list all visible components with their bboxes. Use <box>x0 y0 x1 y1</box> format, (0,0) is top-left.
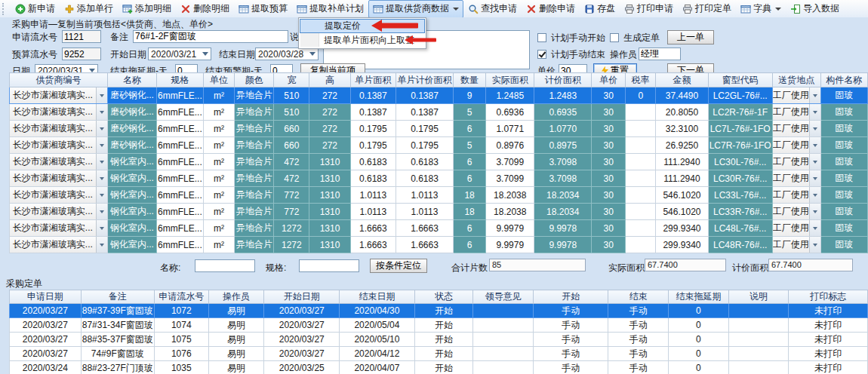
table-cell[interactable]: 未打印 <box>789 318 868 333</box>
table-row[interactable]: 长沙市潇湘玻璃实...钢化室内...6mmFLE...m²异地合片7721310… <box>10 187 868 204</box>
toolbar-button-new-request[interactable]: 新申请 <box>11 0 60 18</box>
table-cell[interactable]: LC48L-76#... <box>708 220 772 237</box>
prev-order-button[interactable]: 上一单 <box>667 30 714 44</box>
table-cell[interactable]: 6mmFLE... <box>157 104 204 121</box>
delivery-location-combo[interactable]: 工厂使用 <box>772 187 820 204</box>
table-cell[interactable] <box>728 318 789 333</box>
column-header[interactable]: 领导意见 <box>473 290 534 304</box>
table-cell[interactable]: 1035 <box>154 361 208 374</box>
table-cell[interactable]: 1.2483 <box>534 87 592 104</box>
toolbar-button-print-request[interactable]: 打印申请 <box>620 0 678 18</box>
table-cell[interactable]: 299.9340 <box>656 237 708 253</box>
table-cell[interactable]: 30 <box>592 121 626 137</box>
toolbar-button-save[interactable]: 存盘 <box>580 0 620 18</box>
table-cell[interactable]: 手动 <box>608 361 669 374</box>
table-cell[interactable]: 0.6183 <box>350 170 396 187</box>
table-cell[interactable]: 30 <box>592 137 626 154</box>
table-cell[interactable]: 手动 <box>534 361 608 374</box>
supplier-combo[interactable]: 长沙市潇湘玻璃实... <box>10 154 108 170</box>
table-cell[interactable]: 异地合片 <box>235 104 274 121</box>
table-cell[interactable]: 开始 <box>414 318 473 333</box>
table-cell[interactable]: 2020/03/27 <box>10 347 82 361</box>
supplier-combo[interactable]: 长沙市潇湘玻璃实... <box>10 104 108 121</box>
table-cell[interactable]: 9.9979 <box>486 237 534 253</box>
supplier-combo[interactable]: 长沙市潇湘玻璃实... <box>10 170 108 187</box>
table-cell[interactable]: 0 <box>669 347 729 361</box>
supplier-combo[interactable]: 长沙市潇湘玻璃实... <box>10 187 108 204</box>
table-cell[interactable]: 3.7099 <box>486 154 534 170</box>
table-cell[interactable]: 固玻 <box>820 170 867 187</box>
table-row[interactable]: 长沙市潇湘玻璃实...磨砂钢化...6mmFLE...m²异地合片5102720… <box>10 104 868 121</box>
column-header[interactable]: 数量 <box>453 73 485 87</box>
toolbar-button-delete-detail[interactable]: 删除明细 <box>176 0 234 18</box>
table-cell[interactable]: 0.6936 <box>486 104 534 121</box>
delivery-location-combo[interactable]: 工厂使用 <box>772 237 820 253</box>
column-header[interactable]: 单位 <box>203 73 235 87</box>
table-cell[interactable]: 9.9979 <box>486 220 534 237</box>
generate-order-checkbox[interactable] <box>610 33 619 42</box>
table-row[interactable]: 长沙市潇湘玻璃实...钢化室内...6mmFLE...m²异地合片1272131… <box>10 237 868 253</box>
table-cell[interactable] <box>473 318 534 333</box>
table-row[interactable]: 长沙市潇湘玻璃实...磨砂钢化...6mmFLE...m²异地合片6602720… <box>10 137 868 154</box>
table-cell[interactable]: m² <box>203 87 235 104</box>
table-cell[interactable]: 0.1387 <box>396 87 454 104</box>
table-cell[interactable]: 1310 <box>309 204 350 220</box>
table-cell[interactable] <box>626 104 656 121</box>
table-cell[interactable]: 18 <box>453 204 485 220</box>
table-cell[interactable]: 1272 <box>274 220 309 237</box>
column-header[interactable]: 开始日期 <box>264 290 340 304</box>
table-cell[interactable]: 5 <box>453 104 485 121</box>
table-cell[interactable]: 易明 <box>208 361 264 374</box>
budget-no-field[interactable] <box>62 48 101 60</box>
table-cell[interactable]: LC33L-76#... <box>708 187 772 204</box>
menu-item-extract-pricing[interactable]: 提取定价 <box>300 19 425 33</box>
table-cell[interactable]: 易明 <box>208 304 264 318</box>
table-cell[interactable]: 0.1795 <box>396 137 454 154</box>
table-cell[interactable]: 272 <box>309 87 350 104</box>
table-cell[interactable]: 手动 <box>608 304 669 318</box>
table-cell[interactable]: 510 <box>274 104 309 121</box>
table-cell[interactable]: 固玻 <box>820 87 867 104</box>
table-cell[interactable]: m² <box>203 237 235 253</box>
table-cell[interactable]: m² <box>203 121 235 137</box>
column-header[interactable]: 结束 <box>608 290 669 304</box>
column-header[interactable]: 申请日期 <box>10 290 82 304</box>
table-cell[interactable]: 2020/03/27 <box>264 318 340 333</box>
column-header[interactable]: 打印标志 <box>789 290 868 304</box>
table-cell[interactable]: m² <box>203 204 235 220</box>
table-cell[interactable]: m² <box>203 154 235 170</box>
table-cell[interactable]: 钢化室内... <box>107 154 156 170</box>
table-cell[interactable]: 111.2940 <box>656 170 708 187</box>
table-cell[interactable]: 272 <box>309 137 350 154</box>
table-row[interactable]: 长沙市潇湘玻璃实...磨砂钢化...6mmFLE...m²异地合片6602720… <box>10 121 868 137</box>
column-header[interactable]: 操作员 <box>208 290 264 304</box>
table-cell[interactable]: 手动 <box>608 318 669 333</box>
supplier-combo[interactable]: 长沙市潇湘玻璃实... <box>10 220 108 237</box>
table-cell[interactable]: 0.8975 <box>534 137 592 154</box>
table-cell[interactable]: 0 <box>626 87 656 104</box>
table-cell[interactable]: 未打印 <box>789 304 868 318</box>
table-cell[interactable]: 6 <box>453 220 485 237</box>
table-row[interactable]: 2020/03/2774#9F窗固玻1076易明2020/03/272020/0… <box>10 347 868 361</box>
table-row[interactable]: 长沙市潇湘玻璃实...钢化室内...6mmFLE...m²异地合片1272131… <box>10 220 868 237</box>
table-cell[interactable]: 32.3100 <box>656 121 708 137</box>
table-cell[interactable] <box>473 304 534 318</box>
table-cell[interactable]: 26.9250 <box>656 137 708 154</box>
table-row[interactable]: 长沙市潇湘玻璃实...钢化室内...6mmFLE...m²异地合片7721310… <box>10 204 868 220</box>
table-cell[interactable]: 开始 <box>414 333 473 347</box>
table-cell[interactable]: 固玻 <box>820 237 867 253</box>
table-cell[interactable]: 6mmFLE... <box>157 170 204 187</box>
column-header[interactable]: 单片计价面积 <box>396 73 454 87</box>
table-cell[interactable]: 0.6183 <box>350 154 396 170</box>
table-cell[interactable]: 299.9340 <box>656 220 708 237</box>
column-header[interactable]: 单价 <box>592 73 626 87</box>
table-cell[interactable]: 0 <box>669 304 729 318</box>
table-cell[interactable]: 2020/05/10 <box>340 333 415 347</box>
table-cell[interactable]: 30 <box>592 220 626 237</box>
table-cell[interactable] <box>728 347 789 361</box>
column-header[interactable]: 税率 <box>626 73 656 87</box>
table-cell[interactable]: 18.2034 <box>534 204 592 220</box>
table-cell[interactable]: 0 <box>669 333 729 347</box>
delivery-location-combo[interactable]: 工厂使用 <box>772 204 820 220</box>
table-cell[interactable]: 472 <box>274 170 309 187</box>
